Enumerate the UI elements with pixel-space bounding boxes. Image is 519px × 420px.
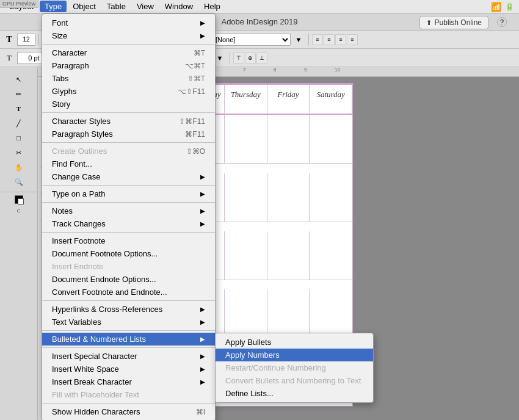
submenu-define-lists-label: Define Lists... xyxy=(225,389,274,398)
help-icon[interactable]: ? xyxy=(497,17,507,27)
ruler-tick-9: 9 xyxy=(304,67,307,73)
ruler-tick-8: 8 xyxy=(274,67,276,73)
align-left-btn[interactable]: ≡ xyxy=(312,34,323,45)
menu-notes-label: Notes xyxy=(52,206,73,215)
menu-size[interactable]: Size xyxy=(42,29,215,42)
none-dropdown-arrow[interactable]: ▼ xyxy=(292,34,305,46)
font-size-field[interactable]: 12 xyxy=(17,34,35,46)
menu-change-case[interactable]: Change Case xyxy=(42,170,215,183)
publish-icon: ⬆ xyxy=(426,19,432,27)
menu-paragraph-styles-shortcut: ⌘F11 xyxy=(185,130,205,139)
tool-text-btn[interactable]: T xyxy=(2,34,16,46)
menu-find-font-label: Find Font... xyxy=(52,159,92,168)
text-tool-2-icon[interactable]: T xyxy=(2,52,16,64)
menu-doc-endnote-options[interactable]: Document Endnote Options... xyxy=(42,273,215,286)
menu-fill-placeholder: Fill with Placeholder Text xyxy=(42,388,215,401)
menu-notes[interactable]: Notes xyxy=(42,205,215,217)
menu-font[interactable]: Font xyxy=(42,16,215,29)
menu-text-variables[interactable]: Text Variables xyxy=(42,316,215,328)
menu-paragraph[interactable]: Paragraph ⌥⌘T xyxy=(42,59,215,72)
align-bottom-btn[interactable]: ⊥ xyxy=(256,52,267,63)
tool-arrow[interactable]: ↖ xyxy=(0,72,37,87)
align-middle-btn[interactable]: ⊕ xyxy=(245,52,256,63)
menu-insert-special[interactable]: Insert Special Character xyxy=(42,350,215,363)
menu-paragraph-label: Paragraph xyxy=(52,61,89,70)
menu-track-changes-label: Track Changes xyxy=(52,219,106,228)
submenu-define-lists[interactable]: Define Lists... xyxy=(216,387,373,400)
tool-scissors[interactable]: ✂ xyxy=(0,145,37,160)
menu-character-styles[interactable]: Character Styles ⇧⌘F11 xyxy=(42,115,215,128)
menu-fill-placeholder-label: Fill with Placeholder Text xyxy=(52,390,139,399)
menu-tabs[interactable]: Tabs ⇧⌘T xyxy=(42,72,215,85)
day-header-friday: Friday xyxy=(267,85,310,115)
align-right-btn[interactable]: ≡ xyxy=(335,34,346,45)
menu-font-label: Font xyxy=(52,18,68,27)
menu-paragraph-styles[interactable]: Paragraph Styles ⌘F11 xyxy=(42,128,215,140)
day-cell-1-7[interactable] xyxy=(310,115,352,164)
menu-convert-footnote[interactable]: Convert Footnote and Endnote... xyxy=(42,286,215,299)
menu-view[interactable]: View xyxy=(132,1,159,12)
day-cell-3-5[interactable] xyxy=(225,231,267,280)
menu-insert-footnote[interactable]: Insert Footnote xyxy=(42,234,215,247)
menu-hyperlinks[interactable]: Hyperlinks & Cross-References xyxy=(42,303,215,316)
menu-insert-white[interactable]: Insert White Space xyxy=(42,363,215,375)
separator-1 xyxy=(38,34,39,46)
menu-character-styles-label: Character Styles xyxy=(52,117,111,126)
submenu-apply-numbers[interactable]: Apply Numbers xyxy=(216,349,373,361)
tool-pen[interactable]: ✏ xyxy=(0,87,37,101)
separator-i xyxy=(42,347,215,348)
day-cell-1-5[interactable] xyxy=(225,115,267,164)
day-cell-3-6[interactable] xyxy=(267,231,310,280)
menu-character[interactable]: Character ⌘T xyxy=(42,46,215,59)
menu-size-label: Size xyxy=(52,31,67,40)
menu-type[interactable]: Type xyxy=(40,1,67,12)
menu-show-hidden[interactable]: Show Hidden Characters ⌘I xyxy=(42,405,215,418)
menu-insert-break[interactable]: Insert Break Character xyxy=(42,375,215,388)
fill-stroke-icon[interactable] xyxy=(0,192,37,207)
submenu-restart-numbering: Restart/Continue Numbering xyxy=(216,361,373,374)
menu-help[interactable]: Help xyxy=(199,1,225,12)
menu-window[interactable]: Window xyxy=(160,1,198,12)
separator-3 xyxy=(308,34,309,46)
align-center-btn[interactable]: ≡ xyxy=(324,34,335,45)
submenu-convert-bullets-label: Convert Bullets and Numbering to Text xyxy=(225,376,361,385)
menu-type-on-path[interactable]: Type on a Path xyxy=(42,187,215,200)
none-select[interactable]: [None] xyxy=(211,34,291,46)
publish-online-button[interactable]: ⬆ Publish Online xyxy=(419,16,488,29)
tool-type[interactable]: T xyxy=(0,101,37,116)
day-cell-1-6[interactable] xyxy=(267,115,310,164)
menu-doc-footnote-options[interactable]: Document Footnote Options... xyxy=(42,247,215,260)
day-cell-3-7[interactable] xyxy=(310,231,352,280)
day-cell-2-7[interactable] xyxy=(310,173,352,222)
align-group: ≡ ≡ ≡ ≡ xyxy=(312,34,358,45)
day-cell-4-5[interactable] xyxy=(225,289,267,338)
menu-glyphs[interactable]: Glyphs ⌥⇧F11 xyxy=(42,85,215,98)
separator-j xyxy=(42,403,215,404)
separator-a xyxy=(42,44,215,45)
align-top-btn[interactable]: ⊤ xyxy=(233,52,244,63)
submenu-convert-bullets: Convert Bullets and Numbering to Text xyxy=(216,374,373,387)
menu-object[interactable]: Object xyxy=(68,1,101,12)
align-justify-btn[interactable]: ≡ xyxy=(347,34,358,45)
menu-table[interactable]: Table xyxy=(102,1,131,12)
tool-zoom[interactable]: 🔍 xyxy=(0,175,37,189)
menu-glyphs-shortcut: ⌥⇧F11 xyxy=(178,87,205,96)
menu-bar: Layout Type Object Table View Window Hel… xyxy=(0,0,519,13)
menu-glyphs-label: Glyphs xyxy=(52,87,76,96)
day-cell-4-6[interactable] xyxy=(267,289,310,338)
tool-line[interactable]: ╱ xyxy=(0,116,37,131)
tool-rect[interactable]: □ xyxy=(0,131,37,145)
day-cell-4-7[interactable] xyxy=(310,289,352,338)
menu-track-changes[interactable]: Track Changes xyxy=(42,217,215,230)
day-cell-2-6[interactable] xyxy=(267,173,310,222)
submenu-apply-bullets[interactable]: Apply Bullets xyxy=(216,336,373,349)
menu-story[interactable]: Story xyxy=(42,98,215,110)
day-header-thursday: Thursday xyxy=(225,85,267,115)
menu-create-outlines-shortcut: ⇧⌘O xyxy=(186,147,205,156)
gpu-preview-label: GPU Preview xyxy=(0,0,38,8)
tool-hand[interactable]: ✋ xyxy=(0,160,37,175)
menu-bulleted-lists[interactable]: Bulleted & Numbered Lists xyxy=(42,333,215,346)
menu-find-font[interactable]: Find Font... xyxy=(42,158,215,170)
day-cell-2-5[interactable] xyxy=(225,173,267,222)
menu-text-variables-label: Text Variables xyxy=(52,317,101,327)
